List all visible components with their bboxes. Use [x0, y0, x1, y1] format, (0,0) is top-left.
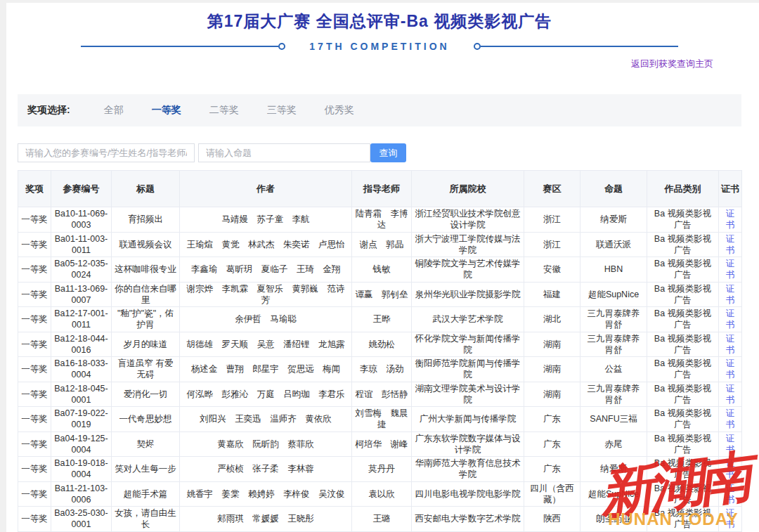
back-to-query-home-link[interactable]: 返回到获奖查询主页	[631, 58, 713, 69]
cell-school: 泉州华光职业学院摄影学院	[412, 282, 524, 307]
certificate-link[interactable]: 证书	[726, 259, 735, 280]
cell-category: Ba 视频类影视广告	[647, 432, 719, 457]
cell-title: 女孩，请自由生长	[112, 507, 180, 532]
award-filter-label: 奖项选择:	[27, 104, 70, 117]
cell-authors: 杨述金 曹翔 郎星宇 贺思远 梅闻	[180, 357, 352, 382]
cell-certificate: 证书	[719, 257, 742, 283]
page-subtitle: 17TH COMPETITION	[285, 41, 473, 52]
column-header: 标题	[112, 171, 180, 207]
cell-award: 一等奖	[18, 507, 51, 532]
table-header-row: 奖项参赛编号标题作者指导老师所属院校赛区命题作品类别证书	[18, 171, 742, 207]
cell-teachers: 谭赢 郭钊垒	[352, 282, 412, 307]
cell-certificate: 证书	[719, 282, 742, 307]
cell-title: 岁月的味道	[112, 332, 180, 357]
cell-title: 一代奇思妙想	[112, 407, 180, 432]
awards-table: 奖项参赛编号标题作者指导老师所属院校赛区命题作品类别证书 一等奖Ba10-11-…	[18, 170, 742, 532]
cell-category: Ba 视频类影视广告	[647, 232, 719, 257]
cell-region: 湖南	[524, 357, 580, 382]
cell-id: Ba11-21-103-0006	[51, 481, 112, 507]
table-row: 一等奖Ba10-19-018-0004笑对人生每一步严桢桢 张子柔 李林蓉莫丹丹…	[18, 457, 742, 482]
cell-category: Ba 视频类影视广告	[647, 407, 719, 432]
cell-teachers: 莫丹丹	[352, 457, 412, 482]
filter-tab-3[interactable]: 三等奖	[267, 104, 297, 115]
cell-region: 安徽	[524, 257, 580, 283]
cell-region: 陕西	[524, 507, 580, 532]
certificate-link[interactable]: 证书	[726, 458, 735, 479]
cell-id: Ba07-19-022-0019	[51, 407, 112, 432]
cell-certificate: 证书	[719, 207, 742, 233]
cell-teachers: 刘雪梅 魏晨捷	[352, 407, 412, 432]
cell-id: Ba04-19-125-0004	[51, 432, 112, 457]
certificate-link[interactable]: 证书	[726, 209, 735, 230]
page-header: 第17届大广赛 全国总评审-Ba 视频类影视广告 17TH COMPETITIO…	[0, 0, 759, 70]
cell-brief: 联通沃派	[580, 232, 647, 257]
certificate-link[interactable]: 证书	[726, 408, 735, 429]
cell-authors: 王瑜煊 黄觉 林武杰 朱奕诺 卢思怡	[180, 232, 352, 257]
cell-region: 广东	[524, 457, 580, 482]
cell-teachers: 王璐	[352, 507, 412, 532]
column-header: 参赛编号	[51, 171, 112, 207]
certificate-link[interactable]: 证书	[726, 309, 735, 330]
cell-certificate: 证书	[719, 307, 742, 332]
cell-id: Ba10-11-069-0003	[51, 207, 112, 233]
table-row: 一等奖Ba12-17-001-0011"釉"护"瓷"，佑护胃余伊哲 马瑜聪王晔武…	[18, 307, 742, 332]
cell-authors: 郏雨琪 常媛媛 王晓彤	[180, 507, 352, 532]
search-input[interactable]	[18, 143, 195, 162]
cell-category: Ba 视频类影视广告	[647, 382, 719, 407]
cell-authors: 严桢桢 张子柔 李林蓉	[180, 457, 352, 482]
cell-region: 福建	[524, 282, 580, 307]
award-filter-tabs: 全部一等奖二等奖三等奖优秀奖	[70, 104, 354, 117]
cell-school: 湖南文理学院美术与设计学院	[412, 382, 524, 407]
cell-school: 武汉大学艺术学院	[412, 307, 524, 332]
cell-authors: 余伊哲 马瑜聪	[180, 307, 352, 332]
cell-certificate: 证书	[719, 507, 742, 532]
certificate-link[interactable]: 证书	[726, 434, 735, 455]
certificate-link[interactable]: 证书	[726, 234, 735, 255]
cell-school: 衡阳师范学院新闻与传播学院	[412, 357, 524, 382]
page-edge-top	[0, 0, 759, 3]
cell-authors: 姚香宇 姜棠 赖娉婷 李梓俊 吴汶俊	[180, 481, 352, 507]
brief-input[interactable]	[198, 143, 370, 162]
cell-category: Ba 视频类影视广告	[647, 507, 719, 532]
cell-authors: 刘阳兴 王奕迅 温师齐 黄依欣	[180, 407, 352, 432]
table-row: 一等奖Ba11-13-069-0007你的自信来自哪里谢宗烨 李凯霖 夏智乐 黄…	[18, 282, 742, 307]
filter-tab-0[interactable]: 全部	[104, 104, 124, 115]
column-header: 所属院校	[412, 171, 524, 207]
filter-tab-2[interactable]: 二等奖	[209, 104, 239, 115]
cell-title: 育招频出	[112, 207, 180, 233]
certificate-link[interactable]: 证书	[726, 334, 735, 355]
cell-certificate: 证书	[719, 232, 742, 257]
cell-region: 广东	[524, 432, 580, 457]
cell-brief: 赤尾	[580, 432, 647, 457]
cell-title: 爱消化一切	[112, 382, 180, 407]
table-row: 一等奖Ba07-19-022-0019一代奇思妙想刘阳兴 王奕迅 温师齐 黄依欣…	[18, 407, 742, 432]
cell-brief: 三九胃泰牌养胃舒	[580, 332, 647, 357]
cell-category: Ba 视频类影视广告	[647, 357, 719, 382]
cell-certificate: 证书	[719, 357, 742, 382]
award-filter-bar: 奖项选择: 全部一等奖二等奖三等奖优秀奖	[18, 94, 741, 126]
cell-id: Ba01-11-003-0011	[51, 232, 112, 257]
filter-tab-4[interactable]: 优秀奖	[325, 104, 354, 115]
query-button[interactable]: 查询	[370, 143, 406, 162]
cell-region: 浙江	[524, 232, 580, 257]
cell-school: 四川电影电视学院电影学院	[412, 481, 524, 507]
cell-teachers: 钱敏	[352, 257, 412, 283]
cell-school: 华南师范大学教育信息技术学院	[412, 457, 524, 482]
certificate-link[interactable]: 证书	[726, 358, 735, 379]
cell-authors: 胡德雄 罗天顺 吴意 潘绍锂 龙旭露	[180, 332, 352, 357]
cell-certificate: 证书	[719, 407, 742, 432]
cell-award: 一等奖	[18, 407, 51, 432]
filter-tab-1[interactable]: 一等奖	[152, 104, 181, 115]
cell-authors: 黄嘉欣 阮昕韵 蔡菲欣	[180, 432, 352, 457]
certificate-link[interactable]: 证书	[726, 384, 735, 405]
subtitle-divider: 17TH COMPETITION	[81, 41, 678, 52]
certificate-link[interactable]: 证书	[726, 484, 735, 505]
circle-icon-left	[278, 43, 285, 50]
certificate-link[interactable]: 证书	[726, 508, 735, 529]
cell-brief: 三九胃泰牌养胃舒	[580, 382, 647, 407]
cell-brief: 公益	[580, 357, 647, 382]
column-header: 指导老师	[352, 171, 412, 207]
certificate-link[interactable]: 证书	[726, 284, 735, 305]
cell-school: 浙大宁波理工学院传媒与法学院	[412, 232, 524, 257]
cell-title: "釉"护"瓷"，佑护胃	[112, 307, 180, 332]
